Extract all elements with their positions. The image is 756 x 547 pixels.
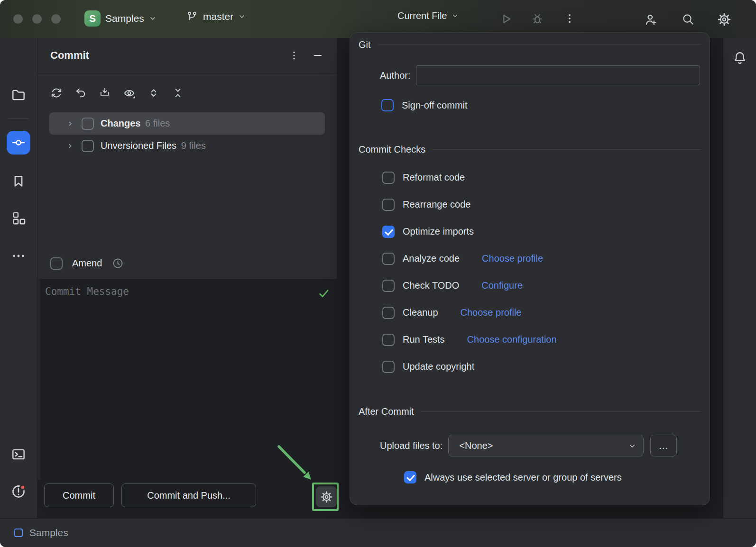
commit-tool-window: Commit xyxy=(37,38,337,515)
git-section-title: Git xyxy=(359,39,371,50)
changes-count: 6 files xyxy=(145,118,170,128)
reformat-checkbox[interactable] xyxy=(382,172,395,184)
unversioned-checkbox[interactable] xyxy=(82,140,94,152)
commit-toolbar xyxy=(37,73,337,112)
rearrange-checkbox[interactable] xyxy=(382,199,395,211)
update-copyright-label: Update copyright xyxy=(403,361,474,372)
chevron-right-icon[interactable] xyxy=(65,141,75,151)
unversioned-count: 9 files xyxy=(181,140,206,151)
add-user-icon[interactable] xyxy=(644,12,658,27)
commit-panel-header: Commit xyxy=(37,38,337,73)
changes-tree: Changes 6 files Unversioned Files 9 file… xyxy=(37,112,337,157)
upload-files-label: Upload files to: xyxy=(380,440,443,451)
always-use-server-label: Always use selected server or group of s… xyxy=(424,472,622,483)
chevron-down-icon xyxy=(238,13,246,20)
section-rule xyxy=(378,45,701,45)
commit-checks-list: Reformat code Rearrange code Optimize im… xyxy=(382,164,700,380)
left-tool-strip xyxy=(0,38,37,518)
run-configuration-selector[interactable]: Current File xyxy=(397,10,459,21)
signoff-row: Sign-off commit xyxy=(381,99,468,111)
debug-icon[interactable] xyxy=(531,12,544,26)
structure-icon[interactable] xyxy=(11,210,27,226)
window-zoom-button[interactable] xyxy=(51,14,61,24)
expand-all-icon[interactable] xyxy=(148,87,160,99)
commit-options-popup: Git Author: Sign-off commit Commit Check… xyxy=(350,32,710,505)
right-tool-strip xyxy=(723,38,756,518)
project-name: Samples xyxy=(105,13,144,24)
commit-message-placeholder: Commit Message xyxy=(45,286,129,297)
check-todo-checkbox[interactable] xyxy=(382,280,395,292)
bookmark-icon[interactable] xyxy=(11,173,27,189)
amend-checkbox[interactable] xyxy=(50,257,63,270)
upload-target-dropdown[interactable]: <None> xyxy=(448,435,644,456)
check-row-analyze-code: Analyze code Choose profile xyxy=(382,245,700,272)
annotation-highlight-box xyxy=(312,483,339,511)
unversioned-label: Unversioned Files xyxy=(101,140,176,151)
changes-row[interactable]: Changes 6 files xyxy=(49,112,325,135)
window-close-button[interactable] xyxy=(13,14,23,24)
author-input[interactable] xyxy=(416,65,700,85)
commit-panel-title: Commit xyxy=(50,49,89,62)
check-row-update-copyright: Update copyright xyxy=(382,353,700,380)
refresh-icon[interactable] xyxy=(50,87,63,99)
spellcheck-ok-icon xyxy=(317,287,330,300)
configure-link[interactable]: Configure xyxy=(481,280,523,291)
choose-profile-link[interactable]: Choose profile xyxy=(482,253,543,264)
check-row-rearrange: Rearrange code xyxy=(382,191,700,218)
amend-label: Amend xyxy=(72,258,102,269)
run-tests-checkbox[interactable] xyxy=(382,334,395,346)
settings-gear-icon xyxy=(717,12,731,27)
more-kebab-icon[interactable] xyxy=(563,12,576,25)
project-folder-icon[interactable] xyxy=(11,87,27,103)
signoff-label: Sign-off commit xyxy=(402,100,468,111)
commit-tool-button[interactable] xyxy=(7,131,30,155)
more-tools-icon[interactable] xyxy=(11,248,26,264)
unversioned-files-row[interactable]: Unversioned Files 9 files xyxy=(49,135,325,157)
window-minimize-button[interactable] xyxy=(32,14,42,24)
search-icon[interactable] xyxy=(681,12,695,26)
chevron-down-icon xyxy=(149,15,157,22)
analyze-code-checkbox[interactable] xyxy=(382,253,395,265)
commit-button[interactable]: Commit xyxy=(44,483,114,507)
notifications-bell-icon[interactable] xyxy=(732,50,747,65)
choose-configuration-link[interactable]: Choose configuration xyxy=(467,334,557,345)
rearrange-label: Rearrange code xyxy=(403,199,470,210)
project-selector[interactable]: S Samples xyxy=(84,10,157,27)
rollback-icon[interactable] xyxy=(74,87,87,99)
run-configuration-name: Current File xyxy=(397,10,447,21)
commit-icon xyxy=(11,136,26,150)
cleanup-checkbox[interactable] xyxy=(382,307,395,319)
commit-and-push-button[interactable]: Commit and Push... xyxy=(121,483,256,507)
chevron-down-icon xyxy=(628,442,636,450)
changes-checkbox[interactable] xyxy=(82,118,94,130)
problems-icon[interactable] xyxy=(10,483,27,500)
status-project-name[interactable]: Samples xyxy=(29,527,68,538)
update-copyright-checkbox[interactable] xyxy=(382,361,395,373)
collapse-all-icon[interactable] xyxy=(172,87,184,99)
history-clock-icon[interactable] xyxy=(111,257,124,270)
run-icon[interactable] xyxy=(499,12,513,26)
optimize-imports-checkbox[interactable] xyxy=(382,226,395,238)
after-commit-header: After Commit xyxy=(359,406,701,417)
ide-window: S Samples master Current File xyxy=(0,0,756,547)
analyze-code-label: Analyze code xyxy=(403,253,460,264)
minimize-panel-icon[interactable] xyxy=(312,50,323,61)
view-options-eye-icon[interactable] xyxy=(123,87,136,100)
shelve-icon[interactable] xyxy=(99,87,111,99)
choose-profile-link[interactable]: Choose profile xyxy=(461,307,522,318)
settings-gear-button[interactable] xyxy=(717,12,756,27)
commit-message-editor[interactable]: Commit Message xyxy=(37,279,337,480)
optimize-imports-label: Optimize imports xyxy=(403,226,474,237)
section-rule xyxy=(432,149,701,150)
check-row-run-tests: Run Tests Choose configuration xyxy=(382,326,700,353)
terminal-icon[interactable] xyxy=(11,447,27,462)
branch-selector[interactable]: master xyxy=(186,10,246,23)
branch-name: master xyxy=(203,11,233,22)
browse-servers-button[interactable]: ... xyxy=(650,435,677,456)
run-tests-label: Run Tests xyxy=(403,334,445,345)
check-row-check-todo: Check TODO Configure xyxy=(382,272,700,299)
always-use-server-checkbox[interactable] xyxy=(404,471,416,483)
panel-options-kebab-icon[interactable] xyxy=(288,50,300,61)
chevron-right-icon[interactable] xyxy=(65,119,75,128)
signoff-checkbox[interactable] xyxy=(381,99,394,111)
